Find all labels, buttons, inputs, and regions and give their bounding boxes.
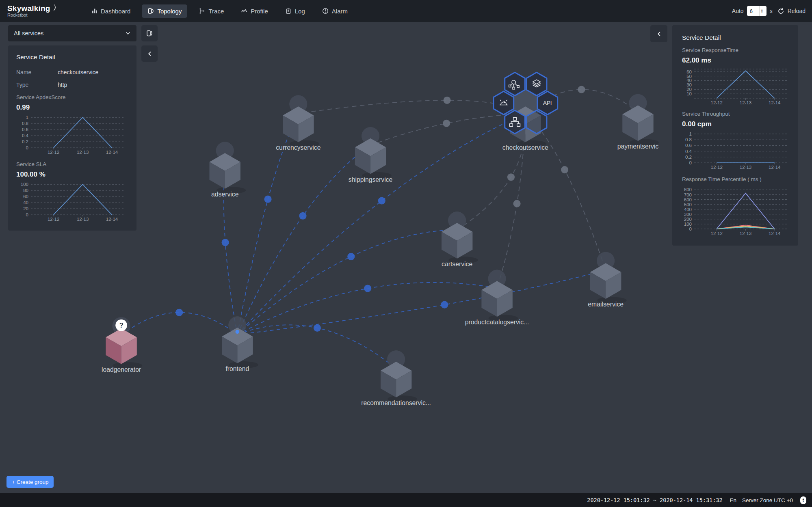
- svg-text:40: 40: [23, 200, 28, 205]
- hex-action-endpoint[interactable]: [526, 72, 547, 95]
- top-nav: Skywalking Rocketbot DashboardTopologyTr…: [0, 0, 812, 22]
- svg-text:12-12: 12-12: [710, 100, 722, 105]
- service-node-loadgenerator[interactable]: ?loadgenerator: [102, 317, 142, 373]
- app-logo: Skywalking Rocketbot: [7, 5, 60, 17]
- edge-checkoutservice-to-emailservice[interactable]: [525, 114, 606, 270]
- service-node-adservice[interactable]: adservice: [210, 142, 246, 198]
- server-zone-label: Server Zone UTC +0: [742, 497, 793, 503]
- profile-icon: [241, 8, 247, 14]
- edge-dot[interactable]: [513, 200, 520, 207]
- reload-label[interactable]: Reload: [788, 8, 806, 14]
- nav-item-log[interactable]: Log: [279, 4, 311, 18]
- topology-depth-button[interactable]: [141, 25, 158, 41]
- edge-dot[interactable]: [507, 173, 515, 181]
- svg-text:0.4: 0.4: [22, 133, 29, 138]
- service-label: paymentservic: [617, 143, 659, 150]
- svg-text:10: 10: [686, 91, 692, 96]
- service-node-shippingservice[interactable]: shippingservice: [349, 127, 393, 183]
- edge-dot[interactable]: [378, 197, 385, 204]
- svg-text:0.2: 0.2: [22, 139, 28, 144]
- hex-action-api[interactable]: API: [537, 91, 558, 114]
- edge-frontend-to-emailservice[interactable]: [237, 270, 606, 335]
- edge-dot[interactable]: [314, 324, 321, 332]
- sla-title: Service SLA: [16, 161, 128, 167]
- timezone-stepper[interactable]: ▲▼: [800, 496, 806, 504]
- svg-text:700: 700: [684, 192, 692, 197]
- nav-item-label: Profile: [251, 8, 268, 15]
- service-node-frontend[interactable]: frontend: [222, 316, 258, 372]
- language-toggle[interactable]: En: [730, 497, 737, 503]
- edge-frontend-to-productcatalogservice[interactable]: [237, 283, 497, 334]
- auto-reload-input[interactable]: [747, 8, 759, 14]
- stepper-arrows-icon[interactable]: ▲▼: [759, 6, 764, 16]
- svg-text:0.2: 0.2: [685, 155, 692, 160]
- topology-icon: [147, 8, 154, 14]
- nav-item-label: Topology: [157, 8, 182, 15]
- plus-icon: +: [12, 479, 15, 485]
- nav-item-trace[interactable]: Trace: [193, 4, 230, 18]
- nav-item-alarm[interactable]: Alarm: [316, 4, 353, 18]
- svg-text:0: 0: [689, 227, 692, 231]
- nav-item-dashboard[interactable]: Dashboard: [85, 4, 136, 18]
- service-node-currencyservice[interactable]: currencyservice: [276, 95, 321, 151]
- collapse-left-button[interactable]: [141, 45, 158, 62]
- edge-dot[interactable]: [347, 253, 355, 260]
- edge-checkoutservice-to-shippingservice[interactable]: [370, 114, 525, 145]
- hex-action-relation[interactable]: [505, 72, 525, 95]
- edge-frontend-to-shippingservice[interactable]: [237, 145, 370, 334]
- svg-text:1: 1: [26, 115, 28, 120]
- edge-dot[interactable]: [443, 120, 450, 127]
- edge-dot[interactable]: [561, 166, 568, 173]
- hex-action-instance[interactable]: [505, 110, 525, 134]
- svg-text:500: 500: [684, 202, 692, 207]
- edge-frontend-to-recommendationservice[interactable]: [237, 324, 396, 369]
- service-label: shippingservice: [349, 176, 393, 183]
- nav-item-label: Log: [295, 8, 305, 15]
- svg-text:12-14: 12-14: [769, 231, 781, 236]
- collapse-right-button[interactable]: [650, 25, 667, 42]
- service-cube-icon: [381, 362, 411, 397]
- service-label: adservice: [211, 191, 239, 198]
- left-panel: All services Service Detail Name checkou…: [8, 25, 136, 231]
- nav-item-topology[interactable]: Topology: [142, 4, 187, 18]
- edge-checkoutservice-to-currencyservice[interactable]: [298, 97, 525, 114]
- service-node-recommendationservice[interactable]: recommendationservic...: [361, 350, 431, 406]
- chevron-down-icon: [125, 30, 131, 36]
- time-range[interactable]: 2020-12-12 15:01:32 ~ 2020-12-14 15:31:3…: [587, 497, 722, 503]
- svg-text:100: 100: [684, 222, 692, 227]
- svg-text:20: 20: [23, 206, 28, 211]
- edge-dot[interactable]: [364, 285, 371, 292]
- service-cube-icon: [355, 138, 386, 174]
- edge-loadgenerator-to-frontend[interactable]: [121, 309, 238, 335]
- svg-text:0: 0: [26, 212, 28, 217]
- svg-text:12-13: 12-13: [740, 100, 751, 105]
- service-node-cartservice[interactable]: cartservice: [442, 211, 478, 268]
- depth-icon: [146, 30, 153, 37]
- nav-item-label: Trace: [208, 8, 224, 15]
- edge-dot[interactable]: [264, 196, 271, 203]
- edge-dot[interactable]: [443, 97, 450, 104]
- service-node-productcatalogservice[interactable]: productcatalogservic...: [465, 270, 529, 326]
- service-selector[interactable]: All services: [8, 25, 136, 41]
- edge-dot[interactable]: [299, 212, 306, 220]
- hex-action-alarm[interactable]: [494, 91, 514, 114]
- auto-reload-stepper[interactable]: ▲▼: [747, 6, 767, 16]
- svg-text:12-12: 12-12: [710, 165, 722, 170]
- hex-action-none[interactable]: [526, 110, 547, 134]
- edge-dot[interactable]: [222, 239, 229, 246]
- percentile-title: Response Time Percentile ( ms ): [682, 176, 791, 182]
- service-node-emailservice[interactable]: emailservice: [588, 252, 626, 308]
- edge-frontend-to-cartservice[interactable]: [237, 230, 457, 334]
- svg-text:80: 80: [23, 188, 28, 193]
- svg-text:0: 0: [689, 160, 692, 165]
- service-cube-icon: [442, 223, 472, 259]
- create-group-button[interactable]: + Create group: [6, 476, 54, 488]
- edge-dot[interactable]: [578, 86, 585, 93]
- edge-dot[interactable]: [175, 309, 183, 316]
- edge-dot[interactable]: [441, 301, 448, 309]
- svg-text:600: 600: [684, 197, 692, 202]
- service-cube-icon: [106, 328, 136, 364]
- log-icon: [285, 8, 292, 14]
- nav-item-profile[interactable]: Profile: [235, 4, 274, 18]
- reload-icon[interactable]: [777, 8, 784, 15]
